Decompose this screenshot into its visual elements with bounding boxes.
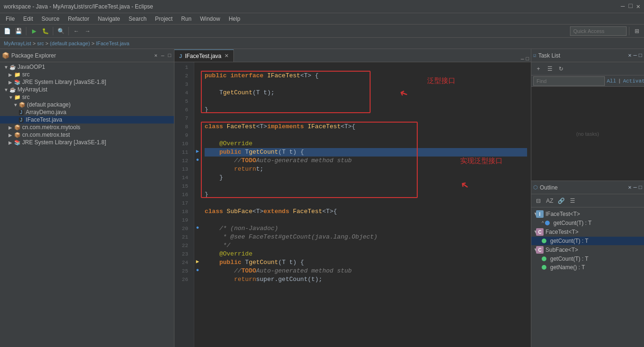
task-all-link[interactable]: All: [607, 78, 616, 84]
tree-jre1[interactable]: ▶ 📚 JRE System Library [JavaSE-1.8]: [0, 78, 174, 86]
menu-source[interactable]: Source: [38, 15, 63, 23]
toolbar-save[interactable]: 💾: [13, 26, 24, 36]
toolbar-new[interactable]: 📄: [2, 26, 12, 36]
menu-refactor[interactable]: Refactor: [64, 15, 93, 23]
editor-content[interactable]: 1234567891011121314151617181920212223242…: [174, 62, 531, 347]
expand-javaoop1[interactable]: ▼: [4, 65, 8, 70]
minimize-button[interactable]: —: [621, 2, 625, 10]
bc-part1[interactable]: MyArrayList: [4, 41, 31, 46]
outline-min-btn[interactable]: —: [634, 184, 637, 191]
code-area[interactable]: public interface IFaceTest<T> { T getCou…: [201, 62, 531, 347]
outline-ifacetest-getcount[interactable]: ^ getCount(T) : T: [531, 219, 644, 227]
pkg-max-btn[interactable]: □: [167, 53, 172, 58]
pkg-collapse-btn[interactable]: ✕: [153, 52, 158, 58]
expand-jre2[interactable]: ▶: [8, 140, 13, 145]
quick-access-input[interactable]: [570, 26, 627, 36]
editor-min-btn[interactable]: —: [521, 56, 524, 62]
bc-part2[interactable]: src: [37, 41, 44, 46]
close-button[interactable]: ✕: [636, 2, 640, 10]
bc-part4[interactable]: IFaceTest.java: [96, 41, 129, 46]
outline-link-btn[interactable]: 🔗: [556, 196, 566, 206]
outline-icon: ⬡: [533, 184, 538, 190]
window-controls[interactable]: — □ ✕: [621, 2, 640, 10]
outline-icon-class1: C: [536, 228, 544, 236]
menu-help[interactable]: Help: [225, 15, 244, 23]
expand-src2[interactable]: ▼: [8, 95, 13, 100]
kw-public2: public: [205, 72, 227, 80]
outline-close-btn[interactable]: ✕: [628, 184, 631, 191]
tree-metrox-mytools[interactable]: ▶ 📦 cn.com.metrox.mytools: [0, 124, 174, 131]
task-filter-btn[interactable]: ☰: [545, 64, 555, 74]
outline-facetest[interactable]: ▼ C FaceTest<T>: [531, 227, 644, 237]
outline-subface-getname[interactable]: getName() : T: [531, 263, 644, 272]
outline-sort-btn[interactable]: AZ: [545, 196, 555, 206]
outline-filter-btn[interactable]: ☰: [567, 196, 578, 206]
editor-max-btn[interactable]: □: [526, 56, 529, 62]
tree-jre2[interactable]: ▶ 📚 JRE System Library [JavaSE-1.8]: [0, 139, 174, 146]
brace16: }: [205, 190, 208, 199]
code-line-9: [205, 131, 527, 140]
menu-search[interactable]: Search: [125, 15, 150, 23]
tree-javaoop1[interactable]: ▼ ☕ JavaOOP1: [0, 63, 174, 71]
pkg-min-btn[interactable]: —: [160, 53, 165, 58]
expand-default-pkg[interactable]: ▼: [13, 102, 18, 107]
editor-tab-ifacetest[interactable]: J IFaceTest.java ✕: [174, 50, 234, 62]
outline-label-subface-getcount: getCount(T) : T: [550, 256, 588, 262]
expand-jre1[interactable]: ▶: [8, 80, 13, 85]
task-find-input[interactable]: [533, 76, 605, 86]
kw-return13: return: [234, 165, 256, 174]
outline-label-subface-getname: getName() : T: [550, 264, 585, 271]
task-min-btn[interactable]: —: [634, 52, 637, 59]
maximize-button[interactable]: □: [628, 2, 632, 10]
gutter-6: [194, 105, 201, 113]
expand-test[interactable]: ▶: [8, 132, 13, 138]
outline-max-btn[interactable]: □: [639, 184, 642, 191]
task-add-btn[interactable]: +: [533, 64, 544, 74]
tree-ifacetest[interactable]: J IFaceTest.java: [0, 116, 174, 124]
expand-src1[interactable]: ▶: [8, 72, 13, 77]
gutter-3: [194, 79, 201, 88]
task-activate-link[interactable]: Activate...: [623, 78, 644, 84]
library-icon: 📚: [14, 79, 21, 85]
bc-part3[interactable]: (default package): [50, 41, 90, 46]
tree-myarraylist[interactable]: ▼ ☕ MyArrayList: [0, 86, 174, 93]
tree-arraydemo[interactable]: J ArrayDemo.java: [0, 108, 174, 116]
menu-window[interactable]: Window: [196, 15, 224, 23]
outline-subface[interactable]: ▼ C SubFace<T>: [531, 245, 644, 255]
toolbar-search[interactable]: 🔍: [56, 26, 66, 36]
expand-mytools[interactable]: ▶: [8, 125, 13, 130]
outline-facetest-getcount[interactable]: getCount(T) : T: [531, 237, 644, 245]
task-list-header: ☑ Task List ✕ — □: [531, 49, 644, 62]
menu-edit[interactable]: Edit: [19, 15, 37, 23]
tab-close-btn[interactable]: ✕: [224, 53, 229, 59]
task-refresh-btn[interactable]: ↻: [556, 64, 566, 74]
menu-file[interactable]: File: [2, 15, 18, 23]
tree-src-javaoop1[interactable]: ▶ 📁 src: [0, 71, 174, 78]
toolbar-back[interactable]: ←: [71, 26, 82, 36]
package-icon3: 📦: [14, 132, 21, 138]
kw-extends18: extends: [264, 207, 289, 216]
task-close-btn[interactable]: ✕: [628, 52, 631, 59]
outline-subface-getcount[interactable]: getCount(T) : T: [531, 255, 644, 263]
tree-default-pkg[interactable]: ▼ 📦 (default package): [0, 101, 174, 108]
outline-ifacetest[interactable]: ▼ I IFaceTest<T>: [531, 209, 644, 219]
toolbar-perspective[interactable]: ⊞: [632, 26, 642, 36]
menu-navigate[interactable]: Navigate: [94, 15, 124, 23]
task-max-btn[interactable]: □: [639, 52, 642, 59]
tree-metrox-test[interactable]: ▶ 📦 cn.com.metrox.test: [0, 131, 174, 139]
tree-src-myarraylist[interactable]: ▼ 📁 src: [0, 93, 174, 101]
code-line-5: [205, 97, 527, 106]
toolbar-debug[interactable]: 🐛: [40, 26, 50, 36]
kw-interface: interface: [231, 72, 264, 80]
menu-project[interactable]: Project: [151, 15, 176, 23]
outline-collapse-btn[interactable]: ⊟: [533, 196, 544, 206]
iface-ref: IFaceTest: [307, 123, 340, 131]
breadcrumb-text: MyArrayList > src > (default package) > …: [4, 41, 129, 46]
task-list-title: Task List: [538, 52, 627, 59]
expand-myarraylist[interactable]: ▼: [4, 87, 8, 92]
task-find-row: All | Activate...: [531, 75, 644, 87]
menu-run[interactable]: Run: [177, 15, 195, 23]
toolbar-forward[interactable]: →: [83, 26, 93, 36]
toolbar-run[interactable]: ▶: [29, 26, 39, 36]
code-line-1: [205, 63, 527, 72]
